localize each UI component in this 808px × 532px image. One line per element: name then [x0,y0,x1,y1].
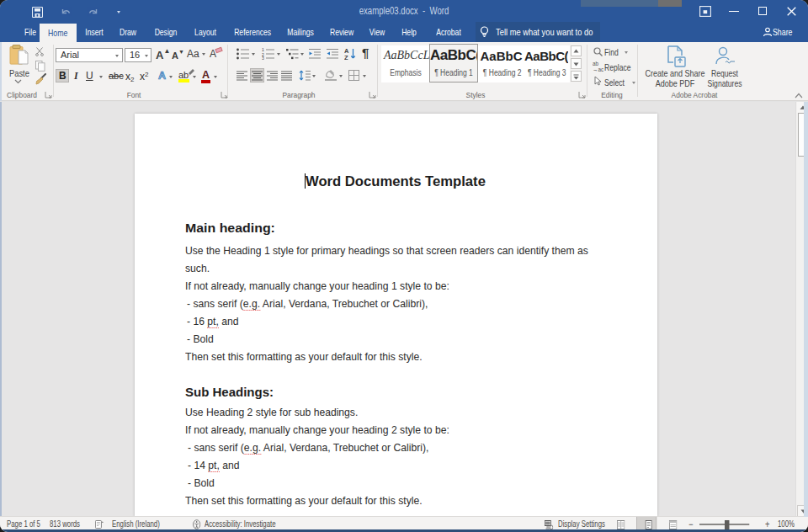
svg-text:3: 3 [262,56,264,60]
svg-text:Z: Z [344,54,348,61]
